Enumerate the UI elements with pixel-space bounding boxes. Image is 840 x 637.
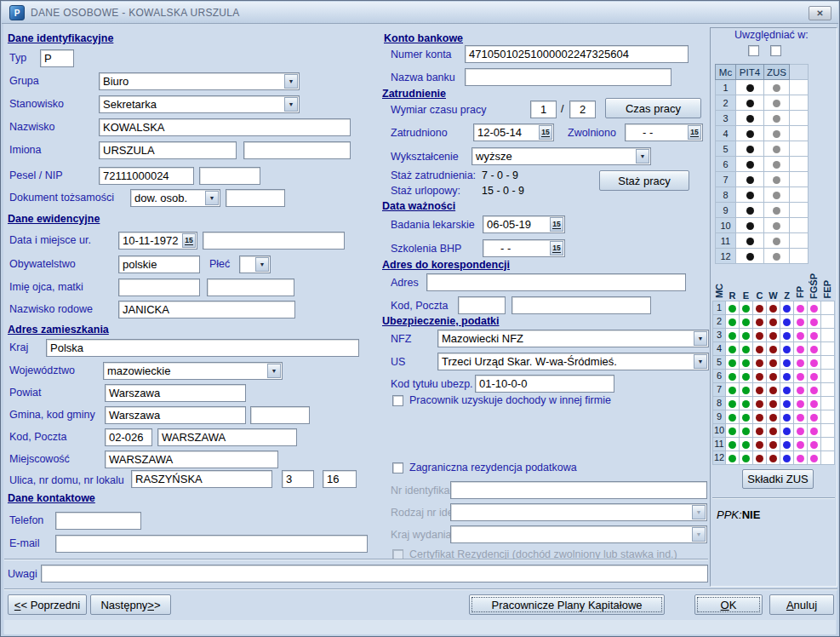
nr-domu-field[interactable]: 3	[282, 470, 314, 488]
dokument-select[interactable]: dow. osob. ▼	[130, 189, 220, 207]
telefon-field[interactable]	[55, 512, 141, 530]
stanowisko-select[interactable]: Sekretarka ▼	[99, 95, 300, 113]
zatrudniono-field[interactable]: 12-05-14 15	[473, 123, 554, 141]
numer-konta-field[interactable]: 47105010251000002247325604	[465, 45, 689, 63]
calendar-icon[interactable]: 15	[550, 241, 563, 255]
rodzaj-ident-select[interactable]: ▼	[450, 503, 707, 521]
pracownicze-plany-kapitalowe-button[interactable]: Pracownicze Plany Kapitałowe	[469, 594, 665, 615]
wymiar-separator: /	[561, 103, 563, 115]
dochody-checkbox-label[interactable]: Pracownik uzyskuje dochody w innej firmi…	[409, 394, 611, 406]
ok-button[interactable]: OK	[694, 594, 763, 615]
skladka-dot	[756, 373, 763, 381]
staz-pracy-button[interactable]: Staż pracy	[599, 170, 689, 191]
zus-dot	[773, 146, 780, 153]
badania-field[interactable]: 06-05-19 15	[483, 215, 565, 233]
cancel-button[interactable]: Anuluj	[769, 594, 834, 615]
chevron-down-icon[interactable]: ▼	[636, 149, 649, 164]
szkolenia-field[interactable]: - - 15	[483, 239, 565, 257]
czas-pracy-button[interactable]: Czas pracy	[605, 98, 701, 118]
grupa-select[interactable]: Biuro ▼	[99, 72, 300, 90]
miejscowosc-field[interactable]: WARSZAWA	[105, 450, 278, 468]
skladka-dot	[769, 332, 777, 340]
grupa-value: Biuro	[103, 75, 129, 88]
stanowisko-value: Sekretarka	[103, 98, 157, 111]
nazwisko-field[interactable]: KOWALSKA	[99, 118, 351, 136]
zus-include-checkbox[interactable]	[770, 45, 781, 56]
nazwisko-rodowe-field[interactable]: JANICKA	[118, 301, 295, 318]
obywatelstwo-field[interactable]: polskie	[118, 255, 200, 273]
poczta2-field[interactable]	[511, 296, 651, 314]
kraj-field[interactable]: Polska	[46, 339, 359, 357]
kod2-field[interactable]	[458, 296, 506, 314]
typ-field[interactable]: P	[40, 49, 74, 67]
skladka-dot	[810, 455, 818, 462]
chevron-down-icon[interactable]: ▼	[284, 97, 298, 112]
gmina-field[interactable]: Warszawa	[105, 406, 246, 424]
dochody-checkbox[interactable]	[392, 395, 403, 406]
skladka-dot	[783, 428, 791, 435]
close-button[interactable]: ✕	[809, 6, 831, 20]
pit4-include-checkbox[interactable]	[748, 45, 759, 56]
wymiar-mianownik-field[interactable]: 2	[569, 100, 596, 118]
miejsce-ur-field[interactable]	[203, 232, 345, 250]
skladka-dot	[797, 428, 804, 435]
ulica-field[interactable]: RASZYŃSKA	[131, 470, 272, 488]
calendar-icon[interactable]: 15	[182, 233, 196, 248]
chevron-down-icon[interactable]: ▼	[267, 364, 281, 378]
title-bar[interactable]: P DANE OSOBOWE - KOWALSKA URSZULA ✕	[2, 2, 838, 24]
calendar-icon[interactable]: 15	[550, 217, 563, 232]
calendar-icon[interactable]: 15	[539, 125, 552, 140]
nip-field[interactable]	[199, 167, 260, 185]
chevron-down-icon[interactable]: ▼	[255, 257, 269, 272]
pesel-field[interactable]: 72111000024	[99, 167, 194, 185]
wymiar-licznik-field[interactable]: 1	[530, 100, 557, 118]
chevron-down-icon[interactable]: ▼	[205, 191, 219, 205]
previous-button[interactable]: << Poprzedni	[8, 594, 87, 615]
data-ur-field[interactable]: 10-11-1972 15	[118, 232, 197, 250]
pit4-dot	[746, 238, 754, 245]
skladka-dot	[742, 441, 750, 449]
calendar-icon[interactable]: 15	[688, 125, 701, 140]
section-dane-identyfikacyjne: Dane identyfikacyjne	[8, 32, 113, 44]
nr-ident-field[interactable]	[450, 481, 707, 499]
ppk-status: PPK:NIE	[717, 508, 760, 521]
kod-gminy-field[interactable]	[250, 406, 310, 424]
kraj-wydania-select[interactable]: ▼	[450, 525, 707, 543]
column-header-fep: FEP	[821, 272, 835, 301]
imiona2-field[interactable]	[243, 141, 351, 159]
imiona-field[interactable]: URSZULA	[99, 141, 237, 159]
app-icon: P	[9, 5, 25, 20]
powiat-field[interactable]: Warszawa	[105, 384, 246, 402]
poczta-field[interactable]: WARSZAWA	[157, 428, 297, 446]
us-select[interactable]: Trzeci Urząd Skar. W-wa-Śródmieś. ▼	[437, 353, 709, 370]
imie-ojca-field[interactable]	[118, 278, 200, 296]
skladka-dot	[769, 455, 777, 462]
dokument-nr-field[interactable]	[226, 189, 285, 207]
chevron-down-icon[interactable]: ▼	[694, 354, 707, 369]
next-button[interactable]: Następny >>	[90, 594, 171, 615]
chevron-down-icon[interactable]: ▼	[694, 331, 707, 346]
skladka-dot	[769, 441, 777, 449]
zagraniczna-rezydencja-label[interactable]: Zagraniczna rezydencja podatkowa	[409, 462, 577, 473]
pit4-dot	[746, 176, 754, 184]
adres-field[interactable]	[426, 273, 686, 291]
kod-field[interactable]: 02-026	[105, 428, 152, 446]
pit4-zus-row: 3	[716, 111, 809, 126]
nazwa-banku-field[interactable]	[465, 68, 671, 86]
kod-tytulu-field[interactable]: 01-10-0-0	[475, 375, 614, 393]
zwolniono-field[interactable]: - - 15	[625, 123, 703, 141]
imie-matki-field[interactable]	[207, 278, 294, 296]
section-zatrudnienie: Zatrudnienie	[382, 88, 446, 100]
pit4-zus-row: 10	[716, 218, 809, 233]
uwagi-field[interactable]	[41, 565, 708, 582]
zagraniczna-rezydencja-checkbox[interactable]	[392, 462, 403, 473]
email-field[interactable]	[55, 535, 368, 553]
chevron-down-icon[interactable]: ▼	[284, 74, 298, 89]
nfz-select[interactable]: Mazowiecki NFZ ▼	[437, 330, 709, 347]
section-dane-ewidencyjne: Dane ewidencyjne	[8, 213, 100, 225]
nr-lokalu-field[interactable]: 16	[323, 470, 357, 488]
wojewodztwo-select[interactable]: mazowieckie ▼	[103, 362, 283, 380]
plec-select[interactable]: ▼	[239, 255, 271, 273]
wyksztalcenie-select[interactable]: wyższe ▼	[471, 147, 651, 165]
skladki-zus-button[interactable]: Składki ZUS	[742, 469, 814, 489]
